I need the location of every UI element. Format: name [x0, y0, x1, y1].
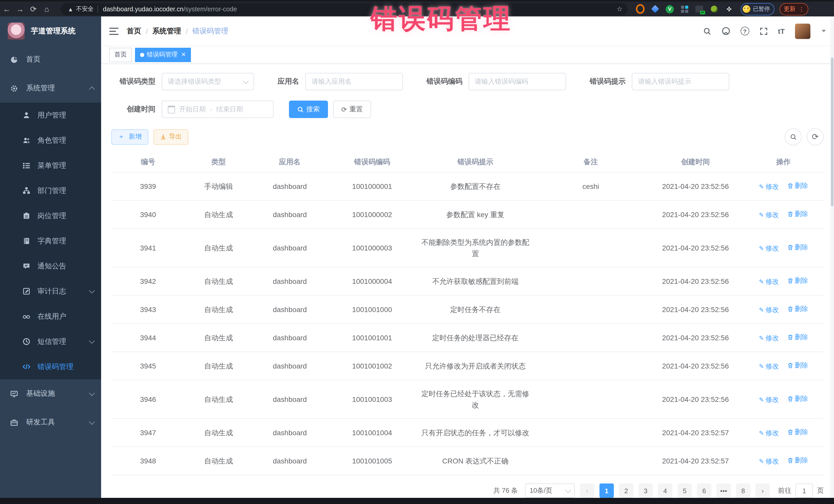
home-icon[interactable]: ⌂: [40, 5, 53, 13]
delete-link[interactable]: 删除: [787, 303, 808, 314]
page-size-select[interactable]: 10条/页: [525, 483, 575, 498]
page-scrollbar[interactable]: [830, 17, 834, 498]
caret-down-icon[interactable]: [822, 30, 826, 32]
green-v-extension-icon[interactable]: V: [666, 5, 674, 13]
table-search-toggle-icon[interactable]: [785, 128, 802, 145]
badge-icon: [23, 212, 30, 220]
scrollbar-thumb[interactable]: [831, 58, 833, 206]
sidebar-item-tree[interactable]: 部门管理: [0, 178, 101, 203]
page-button-3[interactable]: 3: [638, 483, 653, 498]
add-button[interactable]: ＋ 新增: [111, 129, 148, 145]
grid-extension-icon[interactable]: [680, 5, 689, 13]
top-navbar: 首页/系统管理/错误码管理 ? tT: [101, 17, 834, 46]
sidebar-item-log[interactable]: 审计日志: [0, 279, 101, 304]
date-range-picker[interactable]: 开始日期 - 结束日期: [162, 101, 273, 118]
sidebar-item-code[interactable]: 错误码管理: [0, 354, 101, 379]
address-bar[interactable]: ▲ 不安全 dashboard.yudao.iocoder.cn/system/…: [61, 3, 628, 15]
error-type-select[interactable]: 请选择错误码类型: [162, 73, 254, 90]
blue-gem-extension-icon[interactable]: [651, 5, 659, 13]
security-label[interactable]: 不安全: [76, 5, 94, 13]
edit-link[interactable]: ✎修改: [759, 243, 779, 254]
edit-link[interactable]: ✎修改: [759, 333, 779, 344]
back-arrow-icon[interactable]: ←: [0, 5, 13, 13]
tag-active[interactable]: 错误码管理✕: [135, 47, 191, 62]
page-button-2[interactable]: 2: [619, 483, 633, 498]
delete-link[interactable]: 删除: [787, 180, 808, 192]
edit-link[interactable]: ✎修改: [759, 276, 779, 287]
prev-page-button[interactable]: ‹: [580, 483, 594, 498]
edit-link[interactable]: ✎修改: [759, 456, 779, 467]
page-button-8[interactable]: 8: [736, 483, 750, 498]
reset-button[interactable]: ⟳ 重置: [333, 101, 371, 118]
profile-paused-badge[interactable]: 已暂停: [741, 3, 774, 15]
delete-link[interactable]: 删除: [787, 332, 808, 343]
sidebar-item-notice[interactable]: 通知公告: [0, 254, 101, 279]
table-refresh-icon[interactable]: ⟳: [807, 128, 824, 145]
browser-update-button[interactable]: 更新 ⋮: [780, 3, 808, 15]
delete-link[interactable]: 删除: [787, 209, 808, 220]
edit-link[interactable]: ✎修改: [759, 304, 779, 316]
bookmark-star-icon[interactable]: ☆: [617, 5, 622, 13]
delete-link[interactable]: 删除: [787, 275, 808, 286]
breadcrumb-item[interactable]: 系统管理: [152, 26, 181, 36]
search-button[interactable]: 搜索: [289, 101, 328, 118]
close-icon[interactable]: ✕: [181, 51, 186, 58]
font-size-icon[interactable]: tT: [778, 27, 785, 35]
edit-link[interactable]: ✎修改: [759, 428, 779, 439]
breadcrumb-item[interactable]: 首页: [127, 26, 141, 36]
page-button-5[interactable]: 5: [678, 483, 692, 498]
delete-link[interactable]: 删除: [787, 455, 808, 466]
sidebar-item-book[interactable]: 字典管理: [0, 228, 101, 254]
more-pages-button[interactable]: •••: [717, 483, 731, 498]
cell-error-code: 1001001001: [327, 324, 417, 352]
sidebar-item-badge[interactable]: 岗位管理: [0, 203, 101, 228]
search-icon[interactable]: [703, 27, 711, 35]
tag-item[interactable]: 首页: [109, 47, 132, 62]
forward-arrow-icon[interactable]: →: [13, 5, 27, 13]
delete-link[interactable]: 删除: [787, 242, 808, 253]
trash-icon: [787, 211, 793, 217]
export-button[interactable]: 导出: [153, 129, 188, 145]
hamburger-icon[interactable]: [109, 27, 118, 35]
delete-link[interactable]: 删除: [787, 393, 808, 404]
help-icon[interactable]: ?: [741, 27, 749, 36]
github-icon[interactable]: [722, 27, 730, 36]
on-badge-extension-icon[interactable]: on: [695, 5, 704, 13]
url-path[interactable]: /system/error-code: [183, 5, 237, 13]
reload-icon[interactable]: ⟳: [27, 4, 40, 14]
orange-extension-icon[interactable]: [636, 5, 644, 13]
puzzle-extensions-icon[interactable]: ✜: [725, 5, 733, 13]
sidebar-item-user[interactable]: 用户管理: [0, 103, 101, 128]
key-extension-icon[interactable]: [710, 5, 719, 13]
edit-link[interactable]: ✎修改: [759, 394, 779, 406]
sidebar-item-online[interactable]: 在线用户: [0, 304, 101, 329]
goto-page-input[interactable]: 1: [795, 483, 813, 498]
sidebar-item-label: 岗位管理: [38, 211, 66, 220]
sidebar-item-infra[interactable]: 基础设施: [0, 379, 101, 408]
error-message-input[interactable]: 请输入错误码提示: [632, 73, 729, 90]
next-page-button[interactable]: ›: [755, 483, 770, 498]
edit-link[interactable]: ✎修改: [759, 210, 779, 221]
sidebar-item-tools[interactable]: 研发工具: [0, 408, 101, 437]
fullscreen-icon[interactable]: [760, 27, 768, 35]
app-logo-row[interactable]: 芋道管理系统: [0, 17, 101, 45]
app-name-input[interactable]: 请输入应用名: [305, 73, 403, 90]
edit-link[interactable]: ✎修改: [759, 181, 779, 193]
page-button-6[interactable]: 6: [697, 483, 711, 498]
page-button-4[interactable]: 4: [658, 483, 672, 498]
edit-link[interactable]: ✎修改: [759, 361, 779, 372]
page-button-1[interactable]: 1: [599, 483, 614, 498]
url-host[interactable]: dashboard.yudao.iocoder.cn: [103, 5, 183, 13]
sidebar-item-sms[interactable]: 短信管理: [0, 329, 101, 354]
error-code-input[interactable]: 请输入错误码编码: [468, 73, 566, 90]
sidebar-item-users[interactable]: 角色管理: [0, 128, 101, 153]
column-header: 备注: [534, 152, 648, 172]
sidebar-item-dashboard[interactable]: 首页: [0, 45, 101, 74]
extensions-area: V on ✜: [636, 5, 733, 13]
delete-link[interactable]: 删除: [787, 426, 808, 438]
sidebar-item-menu[interactable]: 菜单管理: [0, 153, 101, 178]
sidebar-item-gear[interactable]: 系统管理: [0, 74, 101, 103]
user-avatar[interactable]: [795, 23, 810, 39]
delete-link[interactable]: 删除: [787, 360, 808, 371]
cell-id: 3941: [111, 229, 185, 267]
